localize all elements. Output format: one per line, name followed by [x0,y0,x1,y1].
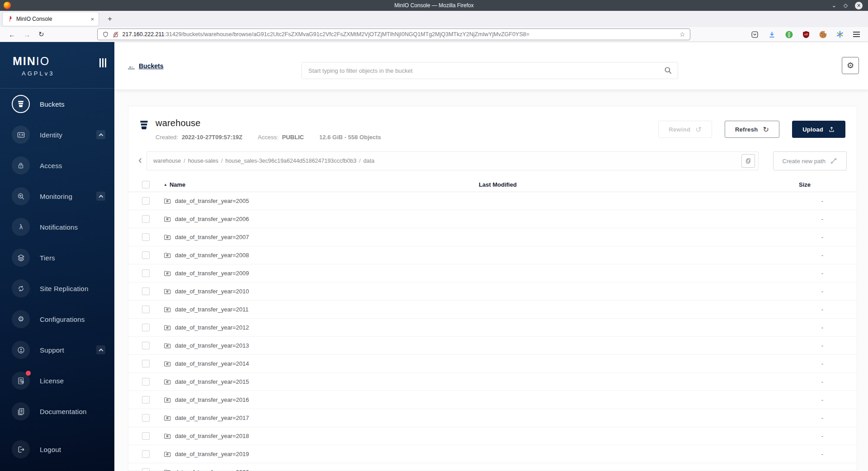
cell-name[interactable]: date_of_transfer_year=2014 [161,360,401,367]
row-checkbox[interactable] [142,215,150,223]
table-row[interactable]: date_of_transfer_year=2006 - [128,210,857,228]
tab-close-icon[interactable]: × [90,16,95,23]
settings-gear-button[interactable]: ⚙ [842,57,859,74]
column-size[interactable]: Size [595,181,847,188]
breadcrumb-segment[interactable]: data [363,158,374,164]
asterisk-extension-icon[interactable] [836,31,844,38]
sidebar-collapse-icon[interactable] [99,58,106,88]
row-checkbox[interactable] [142,306,150,313]
shield-icon[interactable] [102,31,109,38]
sidebar-item-logout[interactable]: Logout [0,434,114,465]
cell-name[interactable]: date_of_transfer_year=2017 [161,414,401,421]
table-row[interactable]: date_of_transfer_year=2016 - [128,391,857,409]
table-row[interactable]: date_of_transfer_year=2007 - [128,228,857,246]
row-checkbox[interactable] [142,324,150,331]
table-row[interactable]: date_of_transfer_year=2011 - [128,301,857,319]
table-row[interactable]: date_of_transfer_year=2008 - [128,246,857,264]
table-row[interactable]: date_of_transfer_year=2018 - [128,427,857,445]
path-back-icon[interactable]: ‹ [138,155,146,167]
breadcrumb-segment[interactable]: house_sales-3ec96c19a6244d5186247193cccf… [226,158,357,164]
sidebar-item-notifications[interactable]: λ Notifications [0,212,114,242]
table-row[interactable]: date_of_transfer_year=2020 - [128,463,857,471]
row-checkbox[interactable] [142,342,150,349]
sidebar-item-support[interactable]: Support [0,334,114,365]
back-to-buckets-link[interactable]: ← Buckets [128,62,163,70]
table-row[interactable]: date_of_transfer_year=2009 - [128,264,857,283]
minimize-icon[interactable]: ⌄ [832,3,836,8]
pocket-icon[interactable] [751,31,759,38]
url-text[interactable]: 217.160.222.211:31429/buckets/warehouse/… [123,31,676,38]
cell-name[interactable]: date_of_transfer_year=2007 [161,234,401,240]
create-new-path-button[interactable]: Create new path [773,151,847,170]
column-last-modified[interactable]: Last Modified [401,181,595,188]
close-icon[interactable]: ✕ [855,2,863,9]
cell-name[interactable]: date_of_transfer_year=2013 [161,342,401,349]
table-row[interactable]: date_of_transfer_year=2017 - [128,409,857,427]
new-tab-button[interactable]: + [105,14,115,24]
breadcrumb-segment[interactable]: warehouse [153,158,181,164]
row-checkbox[interactable] [142,287,150,295]
cookie-icon[interactable] [819,31,827,38]
sidebar-item-tiers[interactable]: Tiers [0,242,114,273]
row-checkbox[interactable] [142,378,150,386]
cell-name[interactable]: date_of_transfer_year=2009 [161,270,401,277]
access-value[interactable]: PUBLIC [282,134,304,141]
breadcrumb-segment[interactable]: house-sales [188,158,218,164]
ublock-shield-icon[interactable]: uO [802,31,810,38]
sidebar-item-documentation[interactable]: Documentation [0,396,114,427]
sidebar-item-identity[interactable]: Identity [0,119,114,150]
row-checkbox[interactable] [142,414,150,422]
bookmark-star-icon[interactable]: ☆ [679,31,685,38]
row-checkbox[interactable] [142,197,150,205]
row-checkbox[interactable] [142,233,150,241]
back-icon[interactable]: ← [5,31,19,38]
sidebar-item-site-replication[interactable]: Site Replication [0,273,114,304]
forward-icon[interactable]: → [19,31,34,38]
chevron-up-icon[interactable] [96,130,105,139]
extension-green-icon[interactable] [785,31,793,38]
cell-name[interactable]: date_of_transfer_year=2008 [161,252,401,259]
row-checkbox[interactable] [142,468,150,471]
upload-button[interactable]: Upload [792,121,845,138]
cell-name[interactable]: date_of_transfer_year=2019 [161,451,401,457]
table-row[interactable]: date_of_transfer_year=2012 - [128,319,857,337]
table-row[interactable]: date_of_transfer_year=2005 - [128,192,857,210]
insecure-lock-icon[interactable] [113,31,119,38]
url-bar[interactable]: 217.160.222.211:31429/buckets/warehouse/… [97,28,690,40]
downloads-icon[interactable] [768,31,776,38]
refresh-button[interactable]: Refresh ↻ [725,121,779,138]
cell-name[interactable]: date_of_transfer_year=2020 [161,469,401,471]
table-row[interactable]: date_of_transfer_year=2019 - [128,445,857,463]
column-name[interactable]: ▲ Name [161,181,401,188]
chevron-up-icon[interactable] [96,345,105,354]
cell-name[interactable]: date_of_transfer_year=2010 [161,288,401,295]
sidebar-item-monitoring[interactable]: Monitoring [0,181,114,212]
table-row[interactable]: date_of_transfer_year=2014 - [128,355,857,373]
row-checkbox[interactable] [142,450,150,458]
sidebar-item-access[interactable]: Access [0,150,114,181]
cell-name[interactable]: date_of_transfer_year=2018 [161,433,401,439]
chevron-up-icon[interactable] [96,192,105,201]
cell-name[interactable]: date_of_transfer_year=2016 [161,396,401,403]
sidebar-item-buckets[interactable]: Buckets [0,89,114,119]
reload-icon[interactable]: ↻ [34,30,48,38]
table-row[interactable]: date_of_transfer_year=2010 - [128,283,857,301]
row-checkbox[interactable] [142,432,150,440]
row-checkbox[interactable] [142,360,150,367]
row-checkbox[interactable] [142,251,150,259]
row-checkbox[interactable] [142,396,150,404]
cell-name[interactable]: date_of_transfer_year=2005 [161,198,401,204]
cell-name[interactable]: date_of_transfer_year=2011 [161,306,401,313]
filter-objects-input[interactable] [302,62,678,79]
table-row[interactable]: date_of_transfer_year=2015 - [128,373,857,391]
sidebar-item-license[interactable]: License [0,365,114,396]
rewind-button[interactable]: Rewind ↺ [658,121,712,138]
cell-name[interactable]: date_of_transfer_year=2012 [161,324,401,331]
menu-icon[interactable] [853,32,860,37]
cell-name[interactable]: date_of_transfer_year=2006 [161,216,401,222]
maximize-icon[interactable]: ◇ [844,3,848,8]
select-all-checkbox[interactable] [142,181,150,188]
sidebar-item-configurations[interactable]: ⚙ Configurations [0,304,114,334]
table-row[interactable]: date_of_transfer_year=2013 - [128,337,857,355]
row-checkbox[interactable] [142,269,150,277]
